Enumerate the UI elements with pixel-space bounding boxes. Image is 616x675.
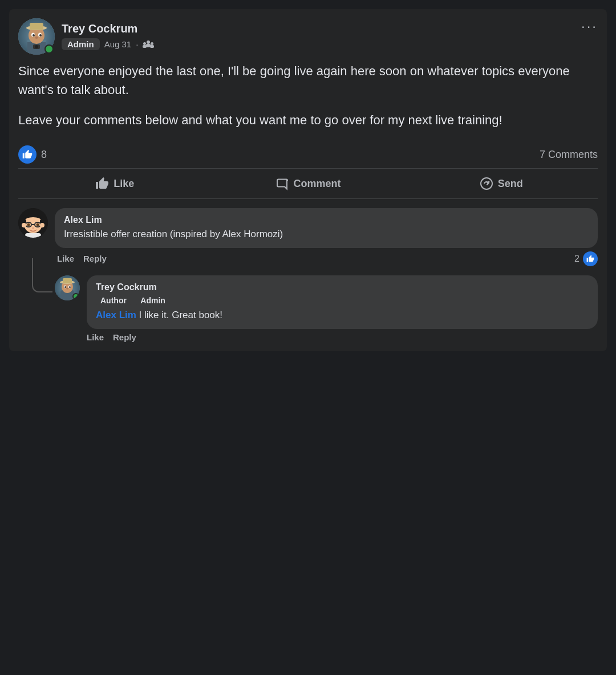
like-reactions: 8	[18, 145, 47, 164]
comment-like-count: 2	[574, 254, 579, 264]
comment-thumbs-up-icon	[586, 255, 594, 263]
like-badge	[18, 145, 37, 164]
author-name: Trey Cockrum	[62, 22, 154, 35]
post-author-info: Trey Cockrum Admin Aug 31 ·	[18, 18, 154, 55]
comment-like-button[interactable]: Like	[57, 254, 74, 263]
svg-point-35	[40, 223, 44, 227]
comments-count: 7 Comments	[540, 149, 598, 161]
svg-rect-18	[151, 42, 153, 45]
send-label: Send	[498, 178, 523, 190]
comment-author-name: Alex Lim	[64, 215, 589, 225]
comment-actions: Like Reply 2	[55, 251, 598, 266]
author-avatar-wrapper	[18, 18, 55, 55]
date-separator: ·	[136, 39, 138, 49]
svg-point-34	[22, 223, 26, 227]
post-paragraph-2: Leave your comments below and what you w…	[18, 111, 598, 129]
svg-point-13	[35, 45, 38, 48]
author-badge: Author	[96, 295, 131, 306]
thumbs-up-icon	[22, 149, 33, 160]
send-button[interactable]: Send	[404, 171, 598, 196]
reply-online-indicator	[72, 293, 79, 300]
comment-like-badge	[583, 251, 598, 266]
comment-item: Alex Lim Irresistible offer creation (in…	[18, 208, 598, 266]
svg-point-20	[481, 178, 492, 189]
reply-badges: Author Admin	[96, 295, 589, 306]
comment-reactions: 2	[574, 251, 598, 266]
post-date: Aug 31	[104, 39, 132, 49]
svg-point-9	[33, 34, 35, 36]
reply-body: Trey Cockrum Author Admin Alex Lim I lik…	[87, 275, 598, 342]
like-button[interactable]: Like	[18, 171, 212, 196]
like-label: Like	[114, 178, 134, 190]
reply-text: Alex Lim I like it. Great book!	[96, 308, 589, 322]
svg-point-33	[32, 227, 34, 229]
reactions-row: 8 7 Comments	[18, 141, 598, 169]
reply-admin-badge: Admin	[136, 295, 170, 306]
svg-point-47	[66, 287, 68, 289]
svg-point-32	[37, 223, 39, 226]
svg-rect-14	[143, 42, 146, 45]
reply-item: Trey Cockrum Author Admin Alex Lim I lik…	[55, 275, 598, 342]
audience-icon	[143, 38, 154, 51]
svg-rect-15	[143, 45, 147, 48]
audience-svg	[143, 38, 154, 49]
reply-like-button[interactable]: Like	[87, 332, 104, 342]
comment-bubble: Alex Lim Irresistible offer creation (in…	[55, 208, 598, 248]
alex-avatar-svg	[18, 208, 48, 238]
post-card: Trey Cockrum Admin Aug 31 ·	[9, 9, 607, 351]
svg-point-11	[35, 36, 38, 39]
svg-point-45	[64, 286, 66, 288]
commenter-avatar	[18, 208, 48, 238]
online-indicator	[44, 44, 54, 54]
reply-connector	[32, 258, 52, 292]
comment-action-icon	[275, 177, 289, 190]
comments-section: Alex Lim Irresistible offer creation (in…	[18, 208, 598, 342]
svg-point-31	[27, 223, 30, 226]
post-content: Since everyone enjoyed the last one, I'l…	[18, 62, 598, 129]
reply-bubble: Trey Cockrum Author Admin Alex Lim I lik…	[87, 275, 598, 329]
like-count: 8	[41, 149, 47, 161]
post-header: Trey Cockrum Admin Aug 31 ·	[18, 18, 598, 55]
more-options-button[interactable]: ···	[581, 18, 598, 34]
post-paragraph-1: Since everyone enjoyed the last one, I'l…	[18, 62, 598, 99]
reply-author-name: Trey Cockrum	[96, 282, 589, 292]
svg-point-10	[39, 34, 42, 36]
svg-rect-6	[30, 23, 43, 30]
svg-rect-36	[25, 233, 41, 238]
reply-actions: Like Reply	[87, 332, 598, 342]
author-details: Trey Cockrum Admin Aug 31 ·	[62, 22, 154, 51]
comment-actions-left: Like Reply	[57, 254, 107, 263]
reply-reply-button[interactable]: Reply	[113, 332, 136, 342]
svg-rect-16	[147, 40, 150, 44]
svg-rect-19	[150, 45, 154, 48]
reply-avatar-wrapper	[55, 275, 80, 300]
reply-text-content: I like it. Great book!	[136, 310, 222, 320]
svg-rect-42	[63, 278, 72, 283]
comment-body: Alex Lim Irresistible offer creation (in…	[55, 208, 598, 266]
comment-label: Comment	[294, 178, 341, 190]
comment-text: Irresistible offer creation (inspired by…	[64, 227, 589, 241]
like-action-icon	[95, 177, 109, 190]
admin-badge: Admin	[62, 38, 100, 50]
send-action-icon	[480, 177, 493, 190]
comment-reply-button[interactable]: Reply	[83, 254, 107, 263]
actions-row: Like Comment Send	[18, 169, 598, 199]
author-meta: Admin Aug 31 ·	[62, 38, 154, 51]
svg-point-46	[69, 286, 71, 288]
reply-mention[interactable]: Alex Lim	[96, 310, 136, 320]
comment-button[interactable]: Comment	[212, 171, 405, 196]
svg-rect-17	[146, 44, 151, 47]
